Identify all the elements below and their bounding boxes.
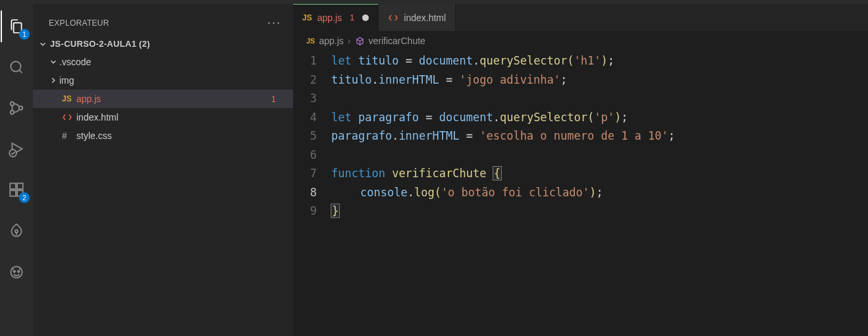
svg-point-12 (18, 271, 20, 273)
line-number: 6 (293, 146, 317, 165)
tab-label: index.html (404, 13, 446, 23)
code-content[interactable]: let titulo = document.querySelector('h1'… (331, 51, 868, 336)
sidebar-more-icon[interactable]: ··· (267, 16, 281, 30)
activity-robot[interactable] (1, 256, 32, 287)
activity-source-control[interactable] (1, 92, 32, 124)
js-file-icon: JS (62, 94, 76, 103)
activity-explorer[interactable]: 1 (1, 11, 32, 42)
breadcrumb-file[interactable]: app.js (319, 36, 343, 46)
chevron-down-icon (38, 40, 47, 49)
css-file-icon: # (62, 130, 76, 141)
folder-img[interactable]: img (33, 71, 293, 90)
file-style-css[interactable]: # style.css (33, 126, 293, 145)
activity-debug[interactable] (1, 133, 32, 165)
svg-rect-6 (10, 190, 16, 196)
svg-point-11 (13, 271, 15, 273)
line-number: 3 (293, 89, 317, 108)
svg-rect-5 (10, 183, 16, 189)
activity-search[interactable] (1, 51, 32, 83)
js-file-icon: JS (306, 37, 315, 45)
sidebar-explorer: EXPLORATEUR ··· JS-CURSO-2-AULA1 (2) .vs… (33, 4, 293, 336)
project-header[interactable]: JS-CURSO-2-AULA1 (2) (33, 36, 293, 51)
svg-rect-8 (17, 183, 23, 189)
file-app-js[interactable]: JS app.js 1 (33, 90, 293, 108)
file-index-html[interactable]: index.html (33, 108, 293, 126)
breadcrumb-symbol[interactable]: verificarChute (369, 36, 425, 46)
line-number: 1 (293, 51, 317, 70)
editor-tabs: JS app.js 1 index.html (293, 4, 868, 32)
sidebar-title: EXPLORATEUR (49, 18, 109, 28)
svg-point-2 (11, 111, 14, 114)
activity-gitlens[interactable] (1, 215, 32, 246)
chevron-right-icon (49, 76, 59, 85)
extensions-badge: 2 (19, 192, 30, 203)
symbol-method-icon (355, 36, 365, 46)
line-number: 9 (293, 202, 317, 221)
tree-label: style.css (76, 130, 293, 141)
project-name: JS-CURSO-2-AULA1 (2) (50, 39, 150, 49)
tree-label: index.html (76, 112, 293, 123)
chevron-down-icon (49, 57, 59, 67)
breadcrumbs[interactable]: JS app.js › verificarChute (293, 32, 868, 50)
dirty-indicator-icon (362, 14, 369, 21)
tab-index-html[interactable]: index.html (379, 4, 456, 31)
activity-bar: 1 2 (0, 4, 33, 336)
line-number: 8 (293, 183, 317, 202)
activity-extensions[interactable]: 2 (1, 174, 32, 206)
line-number: 4 (293, 108, 317, 127)
tab-app-js[interactable]: JS app.js 1 (293, 4, 379, 31)
tab-error-count: 1 (350, 13, 354, 22)
tab-label: app.js (317, 13, 342, 23)
svg-point-0 (11, 61, 20, 71)
line-number: 7 (293, 164, 317, 183)
code-editor[interactable]: 1 2 3 4 5 6 7 8 9 let titulo = document.… (293, 50, 868, 336)
error-count: 1 (271, 94, 293, 104)
html-file-icon (388, 13, 398, 23)
line-number: 5 (293, 126, 317, 146)
tree-label: .vscode (59, 57, 293, 67)
svg-point-3 (19, 106, 22, 109)
tree-label: app.js (76, 94, 271, 104)
editor-group: JS app.js 1 index.html JS app.js › verif… (293, 4, 868, 336)
line-gutter: 1 2 3 4 5 6 7 8 9 (293, 51, 331, 336)
js-file-icon: JS (302, 13, 312, 22)
explorer-badge: 1 (19, 29, 30, 40)
chevron-right-icon: › (348, 36, 351, 46)
tree-label: img (59, 75, 293, 86)
html-file-icon (62, 112, 76, 123)
line-number: 2 (293, 70, 317, 90)
folder-vscode[interactable]: .vscode (33, 53, 293, 71)
svg-point-1 (11, 102, 14, 105)
svg-point-9 (15, 230, 18, 233)
